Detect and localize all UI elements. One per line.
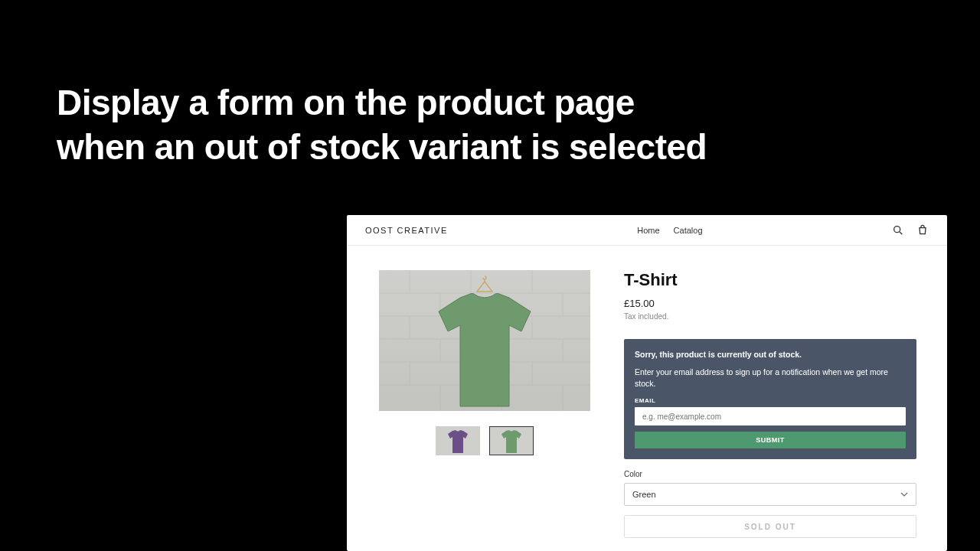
stage: Display a form on the product pagewhen a… xyxy=(0,0,980,551)
store-brand: OOST CREATIVE xyxy=(365,226,448,235)
tax-note: Tax included. xyxy=(624,312,916,321)
color-select-value: Green xyxy=(632,490,656,499)
store-header: OOST CREATIVE Home Catalog xyxy=(347,215,947,246)
headline: Display a form on the product pagewhen a… xyxy=(57,81,707,169)
svg-line-1 xyxy=(900,232,902,234)
email-label: EMAIL xyxy=(635,397,906,404)
chevron-down-icon xyxy=(900,491,908,498)
color-label: Color xyxy=(624,470,916,478)
svg-point-0 xyxy=(894,226,900,232)
tshirt-green xyxy=(431,293,538,408)
callout-desc: Enter your email address to sign up for … xyxy=(635,367,906,390)
stock-notify-form: Sorry, this product is currently out of … xyxy=(624,339,916,459)
store-nav: Home Catalog xyxy=(637,226,702,235)
thumbnail-purple[interactable] xyxy=(436,426,480,455)
email-field[interactable] xyxy=(635,407,906,425)
color-select[interactable]: Green xyxy=(624,483,916,506)
thumbnail-green[interactable] xyxy=(489,426,534,455)
headline-line1: Display a form on the product pagewhen a… xyxy=(57,83,707,167)
sold-out-button: SOLD OUT xyxy=(624,515,916,538)
product-thumbnails xyxy=(436,426,534,455)
cart-icon[interactable] xyxy=(916,224,929,236)
submit-button[interactable]: SUBMIT xyxy=(635,432,906,448)
search-icon[interactable] xyxy=(892,224,904,236)
product-title: T-Shirt xyxy=(624,270,916,290)
product-price: £15.00 xyxy=(624,298,916,309)
product-page-window: OOST CREATIVE Home Catalog xyxy=(347,215,947,551)
callout-heading: Sorry, this product is currently out of … xyxy=(635,350,906,359)
product-details: T-Shirt £15.00 Tax included. Sorry, this… xyxy=(624,270,916,551)
header-icons xyxy=(892,224,929,236)
nav-catalog[interactable]: Catalog xyxy=(674,226,703,235)
nav-home[interactable]: Home xyxy=(637,226,659,235)
product-main-image xyxy=(379,270,590,411)
product-page-body: T-Shirt £15.00 Tax included. Sorry, this… xyxy=(347,246,947,551)
product-gallery xyxy=(377,270,592,551)
